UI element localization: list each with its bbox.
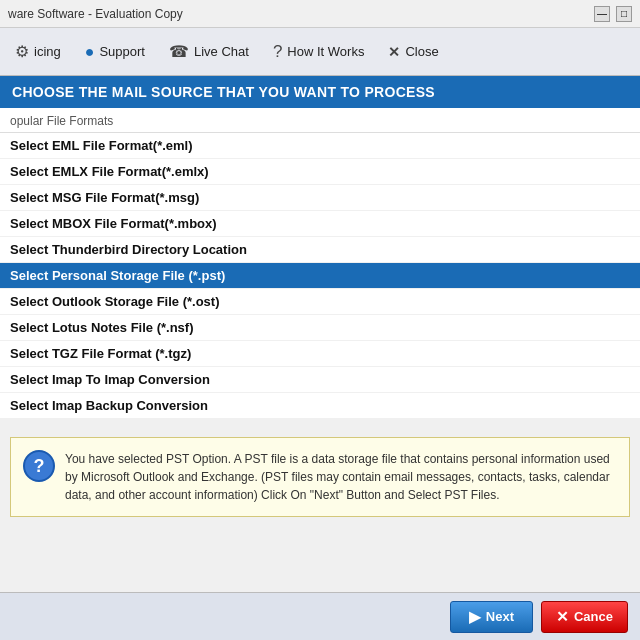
list-item[interactable]: Select Imap To Imap Conversion: [0, 367, 640, 393]
bottom-bar: ▶ Next ✕ Cance: [0, 592, 640, 640]
cancel-icon: ✕: [556, 608, 569, 626]
list-item[interactable]: Select MBOX File Format(*.mbox): [0, 211, 640, 237]
file-format-list: Select EML File Format(*.eml) Select EML…: [0, 133, 640, 419]
question-icon: ?: [273, 42, 282, 62]
live-chat-button[interactable]: ☎ Live Chat: [158, 35, 260, 68]
cancel-label: Cance: [574, 609, 613, 624]
next-icon: ▶: [469, 608, 481, 626]
close-x-icon: ✕: [388, 44, 400, 60]
support-label: Support: [99, 44, 145, 59]
list-item-selected[interactable]: Select Personal Storage File (*.pst): [0, 263, 640, 289]
info-section: ? You have selected PST Option. A PST fi…: [0, 427, 640, 527]
next-button[interactable]: ▶ Next: [450, 601, 533, 633]
section-label: opular File Formats: [0, 108, 640, 133]
info-icon: ?: [23, 450, 55, 482]
close-label: Close: [405, 44, 438, 59]
info-box: ? You have selected PST Option. A PST fi…: [10, 437, 630, 517]
info-text: You have selected PST Option. A PST file…: [65, 450, 617, 504]
licensing-icon: ⚙: [15, 42, 29, 61]
cancel-button[interactable]: ✕ Cance: [541, 601, 628, 633]
window-controls: — □: [594, 6, 632, 22]
list-item[interactable]: Select TGZ File Format (*.tgz): [0, 341, 640, 367]
next-label: Next: [486, 609, 514, 624]
title-text: ware Software - Evaluation Copy: [8, 7, 183, 21]
minimize-button[interactable]: —: [594, 6, 610, 22]
header-banner-text: CHOOSE THE MAIL SOURCE THAT YOU WANT TO …: [12, 84, 435, 100]
phone-icon: ☎: [169, 42, 189, 61]
main-content: opular File Formats Select EML File Form…: [0, 108, 640, 419]
list-item[interactable]: Select MSG File Format(*.msg): [0, 185, 640, 211]
list-item[interactable]: Select Outlook Storage File (*.ost): [0, 289, 640, 315]
live-chat-label: Live Chat: [194, 44, 249, 59]
list-item[interactable]: Select EML File Format(*.eml): [0, 133, 640, 159]
how-it-works-label: How It Works: [287, 44, 364, 59]
close-toolbar-button[interactable]: ✕ Close: [377, 37, 449, 67]
list-item[interactable]: Select Lotus Notes File (*.nsf): [0, 315, 640, 341]
list-item[interactable]: Select EMLX File Format(*.emlx): [0, 159, 640, 185]
support-icon: ●: [85, 43, 95, 61]
how-it-works-button[interactable]: ? How It Works: [262, 35, 376, 69]
support-button[interactable]: ● Support: [74, 36, 156, 68]
licensing-button[interactable]: ⚙ icing: [4, 35, 72, 68]
licensing-label: icing: [34, 44, 61, 59]
toolbar: ⚙ icing ● Support ☎ Live Chat ? How It W…: [0, 28, 640, 76]
header-banner: CHOOSE THE MAIL SOURCE THAT YOU WANT TO …: [0, 76, 640, 108]
list-item[interactable]: Select Thunderbird Directory Location: [0, 237, 640, 263]
maximize-button[interactable]: □: [616, 6, 632, 22]
title-bar: ware Software - Evaluation Copy — □: [0, 0, 640, 28]
list-item[interactable]: Select Imap Backup Conversion: [0, 393, 640, 419]
